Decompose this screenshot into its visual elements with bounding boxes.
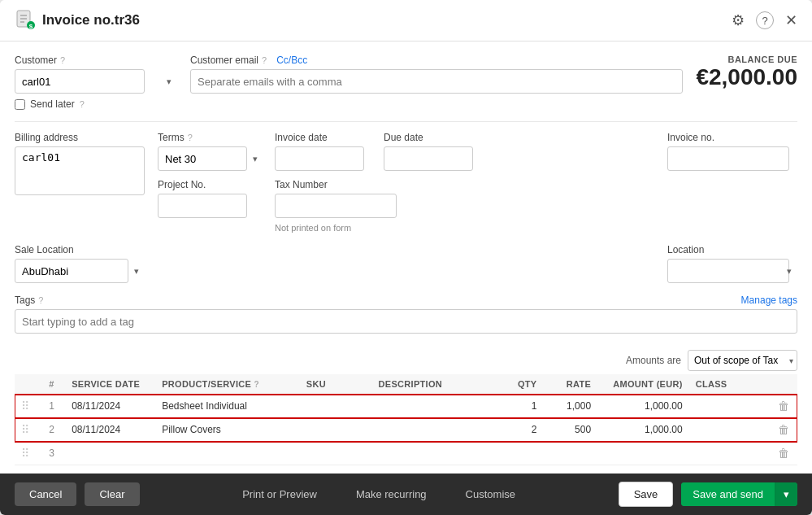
svg-text:$: $ (29, 23, 33, 30)
row-rate[interactable]: 1,000 (543, 395, 597, 418)
customer-email-input[interactable] (190, 69, 683, 94)
row-num: 1 (38, 395, 65, 418)
invoice-date-input[interactable]: 08/09/2024 (275, 146, 364, 171)
help-icon[interactable]: ? (756, 11, 774, 29)
location-label: Location (667, 244, 797, 255)
send-later-label: Send later (30, 98, 75, 110)
send-later-help-icon[interactable]: ? (80, 99, 85, 109)
tags-input[interactable] (15, 309, 797, 334)
drag-cell: ⠿ (15, 395, 38, 418)
drag-handle-icon[interactable]: ⠿ (21, 447, 29, 460)
row-qty[interactable]: 2 (498, 418, 544, 442)
make-recurring-button[interactable]: Make recurring (345, 482, 438, 506)
due-date-label: Due date (384, 132, 481, 143)
save-send-dropdown-button[interactable]: ▾ (775, 482, 797, 506)
customise-button[interactable]: Customise (454, 482, 527, 506)
row-amount: 1,000.00 (597, 395, 689, 418)
row-product[interactable]: Pillow Covers (155, 418, 300, 442)
location-select[interactable] (667, 259, 789, 283)
th-product-service: PRODUCT/SERVICE ? (155, 374, 300, 395)
location-row: Sale Location AbuDhabi Dubai Sharjah ▾ L… (15, 244, 797, 283)
terms-date-row: Terms ? Net 30 Net 15 Net 60 Due on rece… (158, 132, 481, 171)
project-no-group: Project No. (158, 179, 263, 218)
manage-tags-link[interactable]: Manage tags (741, 295, 797, 306)
cancel-button[interactable]: Cancel (15, 482, 76, 506)
row-description[interactable] (372, 418, 498, 442)
row-rate[interactable]: 500 (543, 418, 597, 442)
row-delete-cell: 🗑 (771, 418, 797, 442)
tax-number-input[interactable] (275, 194, 397, 218)
save-button[interactable]: Save (619, 482, 674, 507)
row-delete-cell: 🗑 (771, 442, 797, 465)
close-icon[interactable]: ✕ (785, 11, 797, 29)
row-sku[interactable] (300, 418, 372, 442)
row-sku[interactable] (300, 442, 372, 465)
header-actions: ⚙ ? ✕ (732, 11, 797, 29)
billing-address-input[interactable]: carl01 (15, 146, 145, 195)
sale-location-select[interactable]: AbuDhabi Dubai Sharjah (15, 259, 128, 283)
tags-row: Tags ? Manage tags (15, 295, 797, 334)
location-select-wrap: ▾ (667, 259, 797, 283)
drag-handle-icon[interactable]: ⠿ (21, 423, 29, 436)
row-rate[interactable] (543, 442, 597, 465)
th-drag (15, 374, 38, 395)
customer-help-icon[interactable]: ? (60, 55, 65, 65)
due-date-input[interactable]: 09/08/2024 (384, 146, 473, 171)
tags-header: Tags ? Manage tags (15, 295, 797, 306)
row-sku[interactable] (300, 395, 372, 418)
project-no-input[interactable] (158, 194, 247, 218)
th-sku: SKU (300, 374, 372, 395)
product-help-icon[interactable]: ? (254, 380, 259, 389)
clear-button[interactable]: Clear (85, 482, 139, 506)
invoice-no-input[interactable]: tr36 (667, 146, 789, 171)
sale-location-label: Sale Location (15, 244, 145, 255)
th-action (771, 374, 797, 395)
drag-handle-icon[interactable]: ⠿ (21, 399, 29, 412)
terms-help-icon[interactable]: ? (188, 133, 193, 142)
customer-row: Customer ? carl01 ▾ Customer email ? Cc/… (15, 55, 797, 94)
drag-cell: ⠿ (15, 418, 38, 442)
row-date[interactable]: 08/11/2024 (65, 418, 155, 442)
row-qty[interactable]: 1 (498, 395, 544, 418)
tags-help-icon[interactable]: ? (38, 295, 43, 305)
table-row: ⠿108/11/2024Bedsheet Individual11,0001,0… (15, 395, 797, 418)
save-send-button-group: Save and send ▾ (681, 482, 797, 506)
cc-bcc-link[interactable]: Cc/Bcc (276, 55, 307, 66)
row-product[interactable]: Bedsheet Individual (155, 395, 300, 418)
send-later-row: Send later ? (15, 98, 797, 110)
billing-address-group: Billing address carl01 (15, 132, 145, 195)
table-wrapper: # SERVICE DATE PRODUCT/SERVICE ? SKU DES… (15, 374, 797, 465)
terms-select[interactable]: Net 30 Net 15 Net 60 Due on receipt (158, 146, 247, 171)
row-qty[interactable] (498, 442, 544, 465)
delete-row-icon[interactable]: 🗑 (778, 399, 789, 412)
row-class[interactable] (689, 442, 771, 465)
customer-select[interactable]: carl01 (15, 69, 145, 94)
invoice-date-group: Invoice date 08/09/2024 (275, 132, 372, 171)
row-class[interactable] (689, 395, 771, 418)
amounts-select[interactable]: Out of scope of Tax Tax Inclusive Tax Ex… (688, 350, 797, 371)
row-description[interactable] (372, 442, 498, 465)
row-description[interactable] (372, 395, 498, 418)
delete-row-icon[interactable]: 🗑 (778, 423, 789, 436)
customer-email-label: Customer email ? Cc/Bcc (190, 55, 683, 66)
settings-icon[interactable]: ⚙ (732, 11, 745, 29)
print-preview-button[interactable]: Print or Preview (231, 482, 328, 506)
row-date[interactable]: 08/11/2024 (65, 395, 155, 418)
email-help-icon[interactable]: ? (262, 55, 267, 65)
sale-location-chevron-icon: ▾ (134, 266, 139, 277)
tags-label: Tags ? (15, 295, 43, 306)
send-later-checkbox[interactable] (15, 99, 25, 110)
modal-header: $ Invoice no.tr36 ⚙ ? ✕ (0, 0, 812, 41)
footer-center-actions: Print or Preview Make recurring Customis… (148, 482, 610, 506)
save-send-main-button[interactable]: Save and send (681, 482, 775, 506)
row-num: 3 (38, 442, 65, 465)
row-date[interactable] (65, 442, 155, 465)
modal-footer: Cancel Clear Print or Preview Make recur… (0, 474, 812, 515)
row-product[interactable] (155, 442, 300, 465)
delete-row-icon[interactable]: 🗑 (778, 447, 789, 460)
row-class[interactable] (689, 418, 771, 442)
th-amount: AMOUNT (EUR) (597, 374, 689, 395)
table-row: ⠿3🗑 (15, 442, 797, 465)
billing-row: Billing address carl01 Terms ? Net 30 Ne… (15, 132, 797, 233)
invoice-date-label: Invoice date (275, 132, 372, 143)
